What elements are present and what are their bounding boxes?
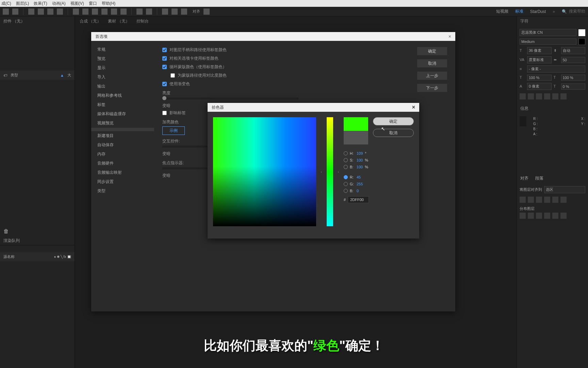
stroke-width[interactable]: - 像素 - [527,65,585,73]
prefs-next-button[interactable]: 下一步 [417,84,447,92]
menu-comp[interactable]: 成(C) [1,1,11,6]
leading[interactable]: 自动 [561,47,586,54]
b2-value[interactable]: 0 [357,189,359,193]
console-tab[interactable]: 控制台 [136,18,149,24]
prefs-item-audio-out[interactable]: 音频输出映射 [91,168,154,177]
sources-tab[interactable]: 素材 （无） [108,18,129,24]
pan-tool-icon[interactable] [73,9,79,15]
zoom-tool-icon[interactable] [38,9,44,15]
trash-icon[interactable]: 🗑 [0,226,75,236]
h-value[interactable]: 109 [357,151,363,155]
b-radio[interactable] [344,165,348,169]
align-icon[interactable] [203,9,210,15]
menu-layer[interactable]: 图层(L) [16,1,29,6]
brush-tool-icon[interactable] [101,9,108,15]
text-tool-icon[interactable] [82,9,88,15]
menu-help[interactable]: 帮助(H) [102,1,116,6]
prefs-item-autosave[interactable]: 自动保存 [91,140,154,150]
smallcaps-icon[interactable] [544,93,550,99]
menu-effect[interactable]: 效果(T) [34,1,47,6]
align-left-icon[interactable] [520,197,526,203]
r-radio[interactable] [344,175,348,179]
col-size[interactable]: 大 [67,73,71,78]
dist-top-icon[interactable] [544,213,550,219]
font-weight-select[interactable]: Medium [520,39,576,45]
mask-tool-icon[interactable] [172,9,178,15]
hex-input[interactable] [348,196,369,203]
prefs-item-preview[interactable]: 预览 [91,54,154,63]
camera-tool-icon[interactable] [57,9,63,15]
kerning[interactable]: 度量标准 [527,56,552,63]
subscript-icon[interactable] [560,93,567,99]
expand-right-icon[interactable]: › [321,170,322,174]
prefs-item-audio-hw[interactable]: 音频硬件 [91,159,154,168]
prefs-item-type[interactable]: 类型 [91,186,154,196]
s-radio[interactable] [344,158,348,162]
check-cycle-mask[interactable] [162,65,167,69]
prefs-item-display[interactable]: 显示 [91,63,154,73]
g-value[interactable]: 255 [357,182,363,186]
g-radio[interactable] [344,182,348,186]
hue-slider[interactable] [327,117,333,226]
prefs-item-video-preview[interactable]: 视频预览 [91,119,154,128]
check-related-tabs[interactable] [162,56,167,61]
comp-tab[interactable]: 合成 （无） [80,18,101,24]
b-value[interactable]: 100 [357,165,363,169]
menu-animation[interactable]: 动画(A) [52,1,66,6]
puppet-tool-icon[interactable] [146,9,152,15]
render-queue-tab[interactable]: 渲染队列 [0,236,75,245]
color-field[interactable] [213,117,316,226]
sample-button[interactable]: 示例 [162,126,185,135]
prefs-item-sync[interactable]: 同步设置 [91,177,154,186]
baseline[interactable]: 0 像素 [527,83,552,90]
prefs-prev-button[interactable]: 上一步 [417,72,447,80]
align-bottom-icon[interactable] [560,197,567,203]
menu-window[interactable]: 窗口 [89,1,97,6]
prefs-close-icon[interactable]: × [448,34,451,39]
workspace-short-video[interactable]: 短视频 [496,9,508,14]
h-radio[interactable] [344,151,348,155]
align-target[interactable]: 选区 [544,186,585,193]
b2-radio[interactable] [344,189,348,193]
prefs-cancel-button[interactable]: 取消 [417,59,447,67]
check-layer-handles[interactable] [162,48,167,52]
hand-tool-icon[interactable] [28,9,34,15]
menu-view[interactable]: 视图(V) [70,1,84,6]
prefs-item-grids[interactable]: 网格和参考线 [91,91,154,100]
tracking[interactable]: 50 [561,57,586,63]
type-tool-icon[interactable] [181,9,187,15]
color-picker-ok-button[interactable]: 确定 [373,117,414,125]
font-size[interactable]: 36 像素 [527,47,552,54]
vscale[interactable]: 100 % [561,75,586,81]
clone-tool-icon[interactable] [111,9,117,15]
eraser-tool-icon[interactable] [120,9,127,15]
tsume[interactable]: 0 % [561,83,586,90]
color-picker-cancel-button[interactable]: 取消 [373,129,414,137]
align-top-icon[interactable] [544,197,550,203]
dist-left-icon[interactable] [520,213,526,219]
prefs-item-general[interactable]: 常规 [91,45,154,54]
prefs-item-import[interactable]: 导入 [91,73,154,82]
superscript-icon[interactable] [552,93,558,99]
col-type[interactable]: 类型 [11,73,18,78]
prefs-item-media-cache[interactable]: 媒体和磁盘缓存 [91,109,154,119]
check-gradient[interactable] [162,82,167,86]
prefs-item-new-project[interactable]: 新建项目 [91,131,154,140]
dist-hcenter-icon[interactable] [528,213,534,219]
workspace-stardust[interactable]: StarDust [530,9,546,14]
dist-bottom-icon[interactable] [560,213,567,219]
hscale[interactable]: 100 % [527,75,552,81]
stroke-swatch[interactable] [578,38,585,45]
caps-icon[interactable] [536,93,542,99]
prefs-item-output[interactable]: 输出 [91,82,154,91]
r-value[interactable]: 45 [357,175,361,179]
align-right-icon[interactable] [536,197,542,203]
selection-tool-icon[interactable] [12,9,18,15]
workspace-standard[interactable]: 标准 [515,9,523,14]
color-picker-close-icon[interactable]: × [412,104,415,110]
search-help[interactable]: 🔍 搜索帮助 [562,9,585,14]
prefs-item-labels[interactable]: 标签 [91,100,154,109]
expand-left-icon[interactable]: ‹ [338,170,339,174]
align-panel-title[interactable]: 对齐 [520,175,528,181]
s-value[interactable]: 100 [357,158,363,162]
